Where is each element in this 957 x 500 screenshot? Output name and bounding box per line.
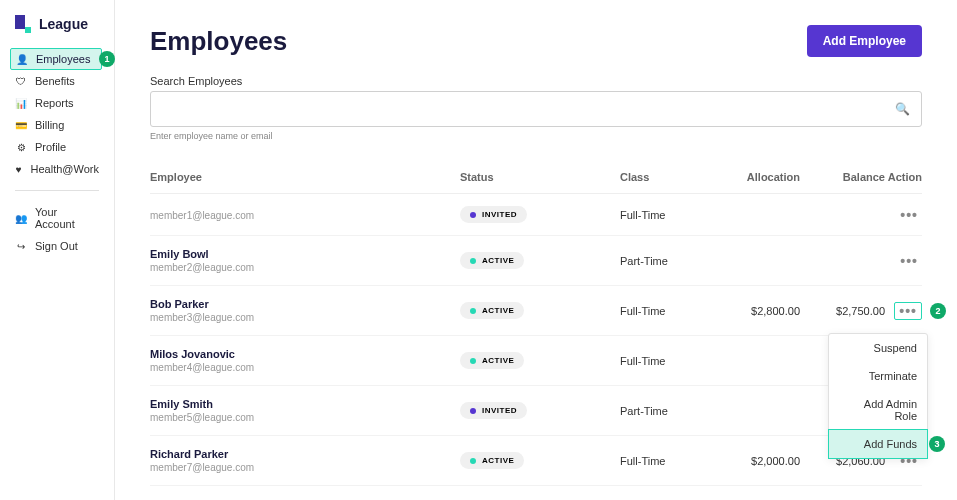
employee-name: Richard Parker — [150, 448, 460, 460]
col-class: Class — [620, 171, 710, 183]
allocation-cell: $2,000.00 — [710, 455, 800, 467]
page-header: Employees Add Employee — [150, 25, 922, 57]
divider — [15, 190, 99, 191]
class-cell: Full-Time — [620, 355, 710, 367]
sidebar-item-reports[interactable]: 📊 Reports — [0, 92, 114, 114]
dropdown-item-terminate[interactable]: Terminate — [829, 362, 927, 390]
status-text: ACTIVE — [482, 256, 514, 265]
dropdown-item-add-funds[interactable]: Add Funds3 — [828, 429, 928, 459]
balance-cell: $2,750.00 — [800, 305, 885, 317]
employee-cell: Bob Parkermember3@league.com — [150, 298, 460, 323]
class-cell: Full-Time — [620, 305, 710, 317]
status-dot-icon — [470, 258, 476, 264]
status-cell: ACTIVE — [460, 452, 620, 469]
allocation-cell: $2,800.00 — [710, 305, 800, 317]
logo-icon — [15, 15, 33, 33]
status-badge: INVITED — [460, 206, 527, 223]
table-row: Bob Parkermember3@league.comACTIVEFull-T… — [150, 286, 922, 336]
sidebar-item-signout[interactable]: ↪ Sign Out — [0, 235, 114, 257]
status-dot-icon — [470, 358, 476, 364]
action-cell: ••• — [885, 207, 922, 223]
status-text: INVITED — [482, 210, 517, 219]
sidebar-label: Sign Out — [35, 240, 78, 252]
employee-cell: Milos Jovanovicmember4@league.com — [150, 348, 460, 373]
col-allocation: Allocation — [710, 171, 800, 183]
dropdown-item-add-admin-role[interactable]: Add Admin Role — [829, 390, 927, 430]
status-badge: ACTIVE — [460, 352, 524, 369]
chart-icon: 📊 — [15, 97, 27, 109]
gear-icon: ⚙ — [15, 141, 27, 153]
table-row: member1@league.comINVITEDFull-Time••• — [150, 194, 922, 236]
row-action-button[interactable]: ••• — [894, 302, 922, 320]
card-icon: 💳 — [15, 119, 27, 131]
employee-email: member5@league.com — [150, 412, 460, 423]
sidebar-item-account[interactable]: 👥 Your Account — [0, 201, 114, 235]
sidebar-label: Health@Work — [31, 163, 99, 175]
brand-name: League — [39, 16, 88, 32]
action-cell: ••• — [885, 253, 922, 269]
col-balance: Balance — [800, 171, 885, 183]
action-dropdown: SuspendTerminateAdd Admin RoleAdd Funds3 — [828, 333, 928, 459]
class-cell: Full-Time — [620, 209, 710, 221]
row-action-button[interactable]: ••• — [896, 207, 922, 223]
sidebar-item-employees[interactable]: 👤 Employees 1 — [10, 48, 102, 70]
table-row: Richard Parkermember7@league.comACTIVEFu… — [150, 436, 922, 486]
table-row: Robert Lingmember8@league.comACTIVEFull-… — [150, 486, 922, 500]
status-cell: ACTIVE — [460, 352, 620, 369]
class-cell: Full-Time — [620, 455, 710, 467]
table-body: member1@league.comINVITEDFull-Time•••Emi… — [150, 194, 922, 500]
status-badge: ACTIVE — [460, 252, 524, 269]
employee-email: member3@league.com — [150, 312, 460, 323]
status-text: ACTIVE — [482, 356, 514, 365]
sidebar-item-billing[interactable]: 💳 Billing — [0, 114, 114, 136]
search-icon: 🔍 — [895, 102, 910, 116]
employee-email: member2@league.com — [150, 262, 460, 273]
status-text: ACTIVE — [482, 456, 514, 465]
logo: League — [0, 15, 114, 48]
status-badge: ACTIVE — [460, 302, 524, 319]
status-badge: INVITED — [460, 402, 527, 419]
status-dot-icon — [470, 212, 476, 218]
class-cell: Part-Time — [620, 255, 710, 267]
status-dot-icon — [470, 408, 476, 414]
sidebar: League 👤 Employees 1 🛡 Benefits 📊 Report… — [0, 0, 115, 500]
search-label: Search Employees — [150, 75, 922, 87]
annotation-marker-2: 2 — [930, 303, 946, 319]
status-cell: ACTIVE — [460, 302, 620, 319]
search-helper: Enter employee name or email — [150, 131, 922, 141]
search-wrap: 🔍 — [150, 91, 922, 127]
signout-icon: ↪ — [15, 240, 27, 252]
row-action-button[interactable]: ••• — [896, 253, 922, 269]
status-cell: INVITED — [460, 402, 620, 419]
employee-name: Milos Jovanovic — [150, 348, 460, 360]
annotation-marker-3: 3 — [929, 436, 945, 452]
employee-name: Emily Bowl — [150, 248, 460, 260]
employee-email: member1@league.com — [150, 210, 460, 221]
status-text: INVITED — [482, 406, 517, 415]
table-row: Emily Smithmember5@league.comINVITEDPart… — [150, 386, 922, 436]
status-badge: ACTIVE — [460, 452, 524, 469]
search-input[interactable] — [150, 91, 922, 127]
table-row: Milos Jovanovicmember4@league.comACTIVEF… — [150, 336, 922, 386]
main-content: Employees Add Employee Search Employees … — [115, 0, 957, 500]
add-employee-button[interactable]: Add Employee — [807, 25, 922, 57]
shield-icon: 🛡 — [15, 75, 27, 87]
table-header: Employee Status Class Allocation Balance… — [150, 161, 922, 194]
col-status: Status — [460, 171, 620, 183]
dropdown-item-suspend[interactable]: Suspend — [829, 334, 927, 362]
status-dot-icon — [470, 458, 476, 464]
page-title: Employees — [150, 26, 287, 57]
employee-name: Emily Smith — [150, 398, 460, 410]
sidebar-label: Employees — [36, 53, 90, 65]
status-dot-icon — [470, 308, 476, 314]
class-cell: Part-Time — [620, 405, 710, 417]
employee-email: member7@league.com — [150, 462, 460, 473]
sidebar-label: Profile — [35, 141, 66, 153]
sidebar-label: Benefits — [35, 75, 75, 87]
sidebar-item-benefits[interactable]: 🛡 Benefits — [0, 70, 114, 92]
table-row: Emily Bowlmember2@league.comACTIVEPart-T… — [150, 236, 922, 286]
sidebar-item-profile[interactable]: ⚙ Profile — [0, 136, 114, 158]
status-cell: INVITED — [460, 206, 620, 223]
sidebar-item-health[interactable]: ♥ Health@Work — [0, 158, 114, 180]
employee-name: Bob Parker — [150, 298, 460, 310]
